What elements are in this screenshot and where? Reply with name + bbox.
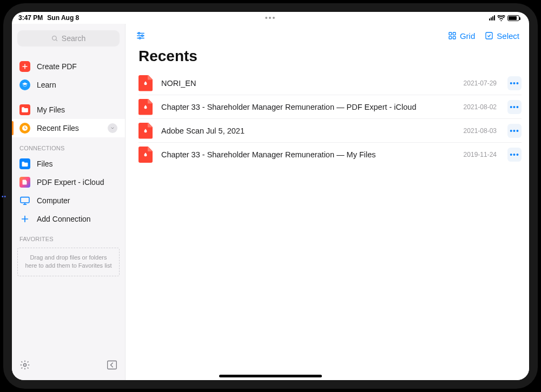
grid-view-button[interactable]: Grid — [448, 31, 475, 41]
select-button[interactable]: Select — [485, 31, 519, 41]
search-input[interactable]: Search — [17, 30, 120, 46]
settings-button[interactable] — [19, 360, 30, 373]
files-app-icon — [19, 158, 30, 169]
select-label: Select — [497, 31, 519, 41]
svg-point-11 — [139, 37, 141, 39]
file-name: Adobe Scan Jul 5, 2021 — [161, 127, 455, 135]
file-name: Chapter 33 - Shareholder Manager Remuner… — [161, 103, 455, 111]
folder-icon — [19, 104, 30, 115]
grid-icon — [448, 31, 457, 40]
sidebar: Search Create PDF Learn — [12, 24, 126, 380]
main-content: Grid Select Recents NORI_EN2021-07-29•••… — [126, 24, 529, 380]
svg-rect-15 — [453, 36, 456, 39]
file-date: 2021-08-02 — [464, 103, 497, 111]
page-title: Recents — [126, 48, 529, 71]
panel-collapse-icon — [107, 360, 117, 370]
recent-icon — [19, 123, 30, 134]
pdf-file-icon — [138, 75, 153, 91]
sidebar-item-label: PDF Expert - iCloud — [37, 178, 104, 187]
toolbar: Grid Select — [126, 24, 529, 48]
svg-rect-16 — [486, 32, 492, 39]
pdf-file-icon — [138, 147, 153, 163]
status-bar: 3:47 PM Sun Aug 8 ••• — [12, 12, 529, 24]
file-date: 2019-11-24 — [464, 151, 497, 158]
svg-point-9 — [142, 35, 143, 37]
svg-point-7 — [138, 32, 140, 34]
svg-rect-14 — [449, 36, 452, 39]
file-name: Chapter 33 - Shareholder Manager Remuner… — [161, 150, 455, 159]
cellular-icon — [489, 15, 495, 21]
file-list: NORI_EN2021-07-29•••Chapter 33 - Shareho… — [126, 71, 529, 167]
create-pdf-icon — [19, 61, 30, 72]
svg-rect-3 — [21, 197, 29, 203]
pdf-file-icon — [138, 123, 153, 139]
wifi-icon — [497, 15, 505, 21]
sidebar-item-create-pdf[interactable]: Create PDF — [12, 57, 125, 76]
status-time: 3:47 PM — [18, 14, 43, 22]
file-row[interactable]: Adobe Scan Jul 5, 20212021-08-03••• — [138, 119, 522, 143]
multitasking-dots[interactable]: ••• — [265, 14, 276, 22]
sliders-icon — [135, 31, 146, 41]
favorites-header: FAVORITES — [12, 228, 125, 245]
collapse-sidebar-button[interactable] — [107, 360, 117, 373]
sidebar-item-my-files[interactable]: My Files — [12, 101, 125, 119]
file-more-button[interactable]: ••• — [507, 100, 522, 114]
sidebar-item-pdf-expert-icloud[interactable]: PDF Expert - iCloud — [12, 173, 125, 191]
svg-rect-5 — [108, 361, 117, 369]
pdf-expert-icon — [19, 177, 30, 188]
file-more-button[interactable]: ••• — [507, 148, 522, 162]
sidebar-item-label: Files — [37, 160, 53, 168]
file-more-button[interactable]: ••• — [507, 124, 522, 138]
favorites-dropzone[interactable]: Drag and drop files or folders here to a… — [17, 248, 120, 276]
sidebar-item-add-connection[interactable]: Add Connection — [12, 210, 125, 228]
computer-icon — [19, 195, 30, 206]
home-indicator[interactable] — [219, 375, 322, 377]
connections-header: CONNECTIONS — [12, 137, 125, 155]
sort-filter-button[interactable] — [135, 31, 146, 41]
status-date: Sun Aug 8 — [47, 14, 79, 22]
sidebar-item-label: Computer — [37, 196, 70, 205]
pdf-file-icon — [138, 99, 153, 115]
battery-icon — [507, 15, 519, 21]
svg-point-0 — [52, 36, 56, 40]
svg-line-1 — [56, 39, 57, 41]
sidebar-item-label: Add Connection — [37, 215, 91, 223]
gear-icon — [19, 360, 30, 370]
sidebar-item-recent-files[interactable]: Recent Files — [12, 119, 125, 137]
search-placeholder: Search — [62, 34, 85, 43]
sidebar-item-computer[interactable]: Computer — [12, 191, 125, 210]
chevron-down-icon[interactable] — [108, 123, 117, 133]
sidebar-item-label: Recent Files — [37, 124, 79, 132]
svg-rect-12 — [449, 32, 452, 35]
file-row[interactable]: Chapter 33 - Shareholder Manager Remuner… — [138, 95, 522, 119]
file-name: NORI_EN — [161, 79, 455, 88]
sidebar-item-label: Learn — [37, 81, 56, 89]
learn-icon — [19, 79, 30, 90]
file-row[interactable]: NORI_EN2021-07-29••• — [138, 71, 522, 95]
grid-label: Grid — [460, 31, 475, 41]
plus-icon — [19, 214, 30, 224]
sidebar-item-label: My Files — [37, 105, 65, 114]
sidebar-item-label: Create PDF — [37, 62, 77, 71]
file-date: 2021-07-29 — [464, 79, 497, 87]
sidebar-item-files[interactable]: Files — [12, 155, 125, 173]
svg-rect-13 — [453, 32, 456, 35]
sidebar-item-learn[interactable]: Learn — [12, 76, 125, 94]
select-icon — [485, 31, 493, 40]
svg-point-4 — [24, 364, 27, 367]
file-more-button[interactable]: ••• — [507, 76, 522, 90]
file-date: 2021-08-03 — [464, 127, 497, 135]
file-row[interactable]: Chapter 33 - Shareholder Manager Remuner… — [138, 143, 522, 167]
